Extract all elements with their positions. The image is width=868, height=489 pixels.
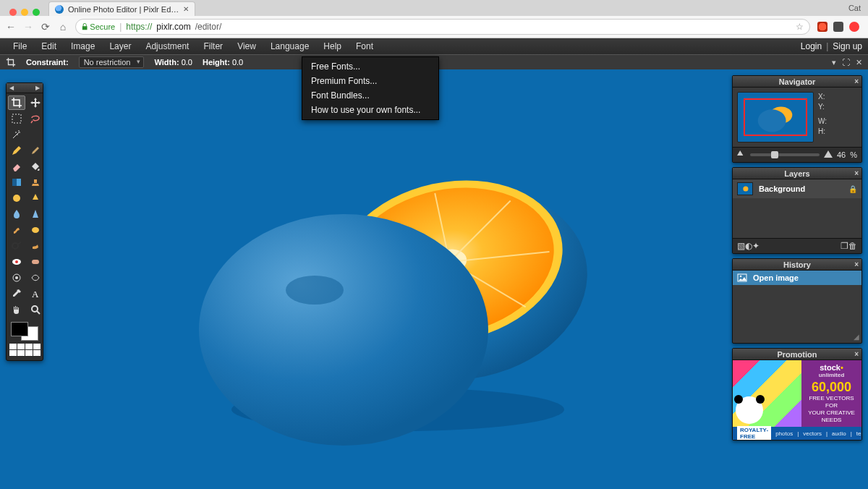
zoom-in-icon[interactable]: [824, 150, 833, 159]
profile-badge[interactable]: Cat: [848, 4, 868, 12]
browser-tab[interactable]: Online Photo Editor | Pixlr Ed… ✕: [48, 1, 195, 16]
history-title[interactable]: History ×: [733, 259, 861, 271]
layers-close-icon[interactable]: ×: [854, 169, 859, 177]
login-link[interactable]: Login: [801, 41, 822, 51]
menu-view[interactable]: View: [230, 39, 263, 54]
menu-edit[interactable]: Edit: [34, 39, 64, 54]
close-window[interactable]: [9, 9, 17, 16]
promotion-body[interactable]: stock• unlimited 60,000 FREE VECTORS FOR…: [733, 360, 861, 440]
svg-point-36: [740, 276, 742, 278]
layer-mask-icon[interactable]: ◐: [745, 241, 752, 251]
minimize-window[interactable]: [21, 9, 28, 16]
tab-close-icon[interactable]: ✕: [183, 5, 189, 13]
drawing-tool[interactable]: [27, 191, 44, 205]
paint-bucket-tool[interactable]: [27, 159, 44, 174]
bookmark-star-icon[interactable]: ☆: [796, 22, 804, 32]
zoom-tool[interactable]: [27, 302, 44, 317]
color-swatches[interactable]: [11, 322, 38, 341]
type-tool[interactable]: A: [27, 286, 44, 301]
font-menu-bundles[interactable]: Font Bundles...: [302, 88, 438, 103]
dodge-tool[interactable]: [8, 239, 25, 253]
burn-tool[interactable]: [27, 239, 44, 253]
font-menu-free[interactable]: Free Fonts...: [302, 59, 438, 74]
promo-link-audio[interactable]: audio: [832, 430, 846, 437]
panda-icon: [736, 396, 763, 424]
font-menu-own[interactable]: How to use your own fonts...: [302, 103, 438, 117]
extension-evernote-icon[interactable]: [833, 22, 843, 32]
navigator-title[interactable]: Navigator ×: [733, 76, 861, 88]
navigator-close-icon[interactable]: ×: [854, 77, 859, 85]
spot-heal-tool[interactable]: [27, 255, 44, 269]
nav-forward-icon[interactable]: →: [23, 21, 33, 33]
promotion-close-icon[interactable]: ×: [854, 350, 859, 358]
home-icon[interactable]: ⌂: [58, 21, 68, 33]
close-icon[interactable]: ✕: [856, 58, 862, 67]
layer-fx-icon[interactable]: ✦: [752, 241, 760, 251]
nav-back-icon[interactable]: ←: [6, 21, 16, 33]
pinch-tool[interactable]: [27, 271, 44, 285]
layer-new-icon[interactable]: ▧: [737, 241, 745, 251]
crop-tool[interactable]: [8, 95, 25, 110]
color-replace-tool[interactable]: [8, 191, 25, 205]
history-close-icon[interactable]: ×: [854, 260, 859, 268]
gradient-tool[interactable]: [8, 175, 25, 190]
layer-row-background[interactable]: Background 🔒: [733, 179, 861, 198]
red-eye-tool[interactable]: [8, 255, 25, 269]
maximize-window[interactable]: [33, 9, 40, 16]
pencil-tool[interactable]: [8, 143, 25, 158]
menu-font[interactable]: Font: [349, 39, 380, 54]
menu-help[interactable]: Help: [316, 39, 349, 54]
layer-dup-icon[interactable]: ❐: [841, 241, 848, 251]
menu-language[interactable]: Language: [263, 39, 316, 54]
menu-file[interactable]: File: [6, 39, 34, 54]
eraser-tool[interactable]: [8, 159, 25, 174]
font-menu-premium[interactable]: Premium Fonts...: [302, 74, 438, 88]
toolbox-collapse-right-icon[interactable]: ▶: [35, 85, 40, 91]
signup-link[interactable]: Sign up: [833, 41, 862, 51]
canvas[interactable]: [43, 69, 731, 489]
zoom-out-icon[interactable]: [737, 150, 746, 159]
blur-tool[interactable]: [8, 207, 25, 221]
reload-icon[interactable]: ⟳: [41, 21, 51, 33]
sponge-tool[interactable]: [27, 223, 44, 237]
foreground-color-swatch[interactable]: [11, 322, 28, 336]
menu-filter[interactable]: Filter: [196, 39, 230, 54]
clone-stamp-tool[interactable]: [27, 175, 44, 190]
brush-tool[interactable]: [27, 143, 44, 158]
navigator-thumbnail[interactable]: [737, 92, 814, 143]
resize-grip-icon[interactable]: ◢: [854, 333, 859, 341]
promo-link-vectors[interactable]: vectors: [803, 430, 822, 437]
bloat-tool[interactable]: [8, 271, 25, 285]
history-item-open[interactable]: Open image: [733, 271, 861, 285]
zoom-slider[interactable]: [750, 153, 820, 156]
sharpen-tool[interactable]: [27, 207, 44, 221]
layers-title[interactable]: Layers ×: [733, 168, 861, 179]
collapse-icon[interactable]: ▾: [832, 58, 836, 67]
promo-link-photos[interactable]: photos: [775, 430, 793, 437]
zoom-value: 46: [837, 150, 846, 159]
smudge-tool[interactable]: [8, 223, 25, 237]
lasso-tool[interactable]: [27, 111, 44, 126]
wand-tool[interactable]: [8, 127, 25, 142]
toolbox-header[interactable]: ◀ ▶: [7, 83, 43, 93]
palette-grid[interactable]: [7, 344, 43, 356]
layer-delete-icon[interactable]: 🗑: [848, 241, 857, 251]
menu-image[interactable]: Image: [64, 39, 102, 54]
constraint-select[interactable]: No restriction: [79, 56, 145, 68]
layer-lock-icon[interactable]: 🔒: [848, 185, 857, 193]
extension-opera-icon[interactable]: [817, 22, 827, 32]
eyedropper-tool[interactable]: [8, 286, 25, 301]
svg-rect-17: [12, 179, 17, 186]
menu-adjustment[interactable]: Adjustment: [138, 39, 196, 54]
toolbox-collapse-left-icon[interactable]: ◀: [9, 85, 14, 91]
move-tool[interactable]: [27, 95, 44, 110]
promo-link-templates[interactable]: templates: [856, 430, 861, 437]
hand-tool[interactable]: [8, 302, 25, 317]
url-scheme: https://: [126, 22, 152, 32]
promotion-title[interactable]: Promotion ×: [733, 349, 861, 360]
extension-adblock-icon[interactable]: [849, 22, 859, 32]
url-field[interactable]: Secure | https://pixlr.com/editor/ ☆: [75, 19, 810, 35]
maximize-icon[interactable]: ⛶: [842, 58, 850, 67]
marquee-tool[interactable]: [8, 111, 25, 126]
menu-layer[interactable]: Layer: [102, 39, 138, 54]
